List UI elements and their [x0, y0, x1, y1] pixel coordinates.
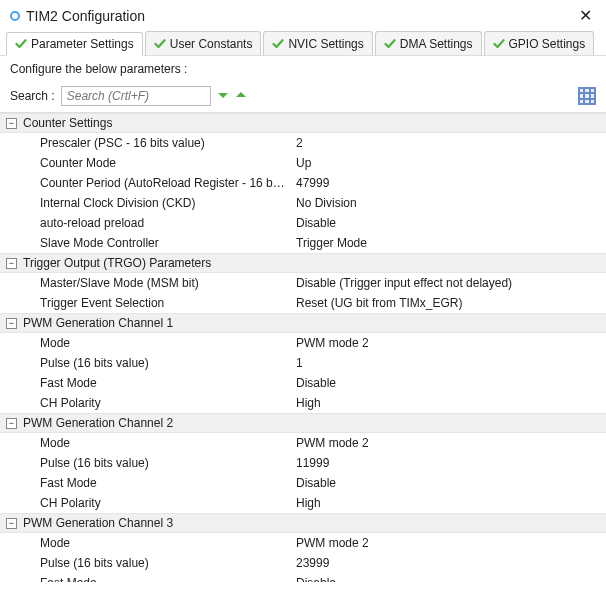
section-title: Counter Settings: [23, 116, 112, 130]
param-row[interactable]: CH PolarityHigh: [0, 493, 606, 513]
param-row[interactable]: Pulse (16 bits value)11999: [0, 453, 606, 473]
tab-label: User Constants: [170, 37, 253, 51]
section-title: PWM Generation Channel 2: [23, 416, 173, 430]
param-value[interactable]: Disable: [286, 476, 600, 490]
param-label: Prescaler (PSC - 16 bits value): [6, 136, 286, 150]
expand-toggle-icon[interactable]: −: [6, 518, 17, 529]
search-next-icon[interactable]: [217, 89, 229, 104]
param-label: Counter Period (AutoReload Register - 16…: [6, 176, 286, 190]
grid-view-icon[interactable]: [578, 87, 596, 105]
param-label: Pulse (16 bits value): [6, 556, 286, 570]
param-label: CH Polarity: [6, 396, 286, 410]
section-header[interactable]: −Counter Settings: [0, 113, 606, 133]
param-value[interactable]: 11999: [286, 456, 600, 470]
close-icon[interactable]: ✕: [575, 6, 596, 25]
param-row[interactable]: Fast ModeDisable: [0, 473, 606, 493]
param-value[interactable]: 23999: [286, 556, 600, 570]
check-icon: [15, 38, 27, 50]
param-value[interactable]: Disable: [286, 576, 600, 582]
param-row[interactable]: Master/Slave Mode (MSM bit)Disable (Trig…: [0, 273, 606, 293]
param-row[interactable]: Fast ModeDisable: [0, 373, 606, 393]
param-label: Slave Mode Controller: [6, 236, 286, 250]
param-row[interactable]: Internal Clock Division (CKD)No Division: [0, 193, 606, 213]
param-label: Fast Mode: [6, 576, 286, 582]
tab-bar: Parameter Settings User Constants NVIC S…: [0, 31, 606, 56]
expand-toggle-icon[interactable]: −: [6, 318, 17, 329]
param-value[interactable]: Disable (Trigger input effect not delaye…: [286, 276, 600, 290]
param-row[interactable]: ModePWM mode 2: [0, 533, 606, 553]
window-title: TIM2 Configuration: [26, 8, 145, 24]
check-icon: [272, 38, 284, 50]
tab-parameter-settings[interactable]: Parameter Settings: [6, 32, 143, 56]
param-label: CH Polarity: [6, 496, 286, 510]
param-label: Counter Mode: [6, 156, 286, 170]
param-row[interactable]: CH PolarityHigh: [0, 393, 606, 413]
expand-toggle-icon[interactable]: −: [6, 418, 17, 429]
param-row[interactable]: Slave Mode ControllerTrigger Mode: [0, 233, 606, 253]
param-label: Master/Slave Mode (MSM bit): [6, 276, 286, 290]
param-row[interactable]: Counter Period (AutoReload Register - 16…: [0, 173, 606, 193]
tab-gpio-settings[interactable]: GPIO Settings: [484, 31, 595, 55]
param-value[interactable]: Disable: [286, 376, 600, 390]
param-value[interactable]: High: [286, 396, 600, 410]
param-value[interactable]: 1: [286, 356, 600, 370]
configure-prompt: Configure the below parameters :: [0, 56, 606, 82]
param-label: Mode: [6, 336, 286, 350]
param-value[interactable]: Up: [286, 156, 600, 170]
param-value[interactable]: PWM mode 2: [286, 436, 600, 450]
expand-toggle-icon[interactable]: −: [6, 118, 17, 129]
tab-label: GPIO Settings: [509, 37, 586, 51]
section-header[interactable]: −PWM Generation Channel 3: [0, 513, 606, 533]
param-label: auto-reload preload: [6, 216, 286, 230]
param-label: Internal Clock Division (CKD): [6, 196, 286, 210]
param-row[interactable]: Fast ModeDisable: [0, 573, 606, 582]
param-label: Mode: [6, 436, 286, 450]
param-row[interactable]: Pulse (16 bits value)23999: [0, 553, 606, 573]
param-value[interactable]: PWM mode 2: [286, 536, 600, 550]
section-title: Trigger Output (TRGO) Parameters: [23, 256, 211, 270]
param-row[interactable]: Counter ModeUp: [0, 153, 606, 173]
param-value[interactable]: Disable: [286, 216, 600, 230]
param-value[interactable]: Reset (UG bit from TIMx_EGR): [286, 296, 600, 310]
param-row[interactable]: auto-reload preloadDisable: [0, 213, 606, 233]
tab-nvic-settings[interactable]: NVIC Settings: [263, 31, 372, 55]
section-title: PWM Generation Channel 3: [23, 516, 173, 530]
tab-user-constants[interactable]: User Constants: [145, 31, 262, 55]
check-icon: [493, 38, 505, 50]
param-row[interactable]: ModePWM mode 2: [0, 433, 606, 453]
check-icon: [384, 38, 396, 50]
section-header[interactable]: −PWM Generation Channel 2: [0, 413, 606, 433]
check-icon: [154, 38, 166, 50]
section-header[interactable]: −PWM Generation Channel 1: [0, 313, 606, 333]
param-value[interactable]: Trigger Mode: [286, 236, 600, 250]
param-label: Pulse (16 bits value): [6, 456, 286, 470]
search-label: Search :: [10, 89, 55, 103]
tab-dma-settings[interactable]: DMA Settings: [375, 31, 482, 55]
app-icon: [10, 11, 20, 21]
tab-label: NVIC Settings: [288, 37, 363, 51]
tab-label: DMA Settings: [400, 37, 473, 51]
search-prev-icon[interactable]: [235, 89, 247, 104]
section-title: PWM Generation Channel 1: [23, 316, 173, 330]
param-value[interactable]: PWM mode 2: [286, 336, 600, 350]
tab-label: Parameter Settings: [31, 37, 134, 51]
param-row[interactable]: ModePWM mode 2: [0, 333, 606, 353]
parameter-list[interactable]: −Counter SettingsPrescaler (PSC - 16 bit…: [0, 112, 606, 582]
param-value[interactable]: High: [286, 496, 600, 510]
expand-toggle-icon[interactable]: −: [6, 258, 17, 269]
section-header[interactable]: −Trigger Output (TRGO) Parameters: [0, 253, 606, 273]
search-input[interactable]: [61, 86, 211, 106]
param-value[interactable]: 47999: [286, 176, 600, 190]
param-label: Pulse (16 bits value): [6, 356, 286, 370]
param-value[interactable]: No Division: [286, 196, 600, 210]
param-value[interactable]: 2: [286, 136, 600, 150]
param-row[interactable]: Pulse (16 bits value)1: [0, 353, 606, 373]
param-label: Trigger Event Selection: [6, 296, 286, 310]
param-label: Fast Mode: [6, 476, 286, 490]
param-label: Mode: [6, 536, 286, 550]
param-label: Fast Mode: [6, 376, 286, 390]
param-row[interactable]: Prescaler (PSC - 16 bits value)2: [0, 133, 606, 153]
param-row[interactable]: Trigger Event SelectionReset (UG bit fro…: [0, 293, 606, 313]
